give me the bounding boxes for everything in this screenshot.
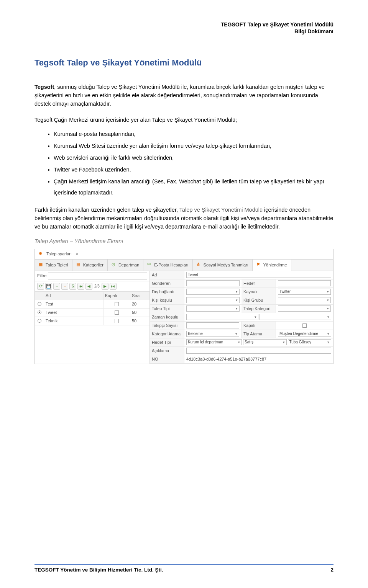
list-item: Çağrı Merkezi iletişim kanalları aracılı… [54,176,334,198]
lbl-talepkategori: Talep Kategori [242,305,276,313]
pager-text: 2/3 [94,284,100,288]
tab-eposta[interactable]: ✉E-Posta Hesapları [143,260,192,271]
footer-company: TEGSOFT Yönetim ve Bilişim Hizmetleri Ti… [34,567,163,573]
share-icon: ⋔ [197,262,202,268]
add-button[interactable]: ＋ [53,283,60,290]
tab-label: Departman [118,263,139,267]
lbl-kisigrubu: Kişi Grubu [242,296,276,305]
list-item: Kurumsal e-posta hesaplarından, [54,129,334,140]
tab-kategoriler[interactable]: ▤Kategoriler [72,260,108,271]
lbl-tipatama: Tip Atama [242,330,276,338]
lbl-disbaglanti: Dış bağlantı [150,288,184,296]
cell-kapali-checkbox[interactable] [115,302,119,306]
fld-no: 4d18c3a8-d8d6-4274-a51e-b27a03777c87 [186,357,266,361]
lbl-kaynak: Kaynak [242,288,276,296]
intro-rest: , sunmuş olduğu Talep ve Şikayet Yönetim… [34,84,325,107]
list-item: Web servisleri aracılığı ile farklı web … [54,152,334,163]
fld-kategoriatama[interactable]: Bekleme [186,331,239,337]
list-item: Twitter ve Facebook üzerinden, [54,164,334,175]
tab-yonlendirme[interactable]: ✖Yönlendirme [253,260,291,271]
fld-gonderen[interactable] [186,280,240,286]
screenshot-caption: Talep Ayarları – Yönlendirme Ekranı [34,238,334,244]
row-radio[interactable] [38,310,41,314]
tab-departman[interactable]: ◷Departman [108,260,143,271]
lbl-kisikosulu: Kişi koşulu [150,296,184,305]
star-icon: ✸ [39,252,44,257]
fld-hedeftipi-2[interactable]: Satış [243,339,286,345]
left-pane: Filtre ⟳ 💾 ＋ － ⎘ ⏮ ◀ 2/3 ▶ ⏭ Ad [35,271,150,364]
fld-disbaglanti[interactable] [186,289,240,295]
close-icon[interactable]: ✕ [76,252,79,256]
window-tab-label: Talep ayarları [46,252,72,256]
cell-kapali-checkbox[interactable] [115,310,119,315]
row-radio[interactable] [38,302,41,306]
table-row[interactable]: Teknik 50 [35,317,150,325]
fld-hedeftipi-3[interactable]: Tuba Gürsoy [288,339,331,345]
fld-ad[interactable]: Tweet [186,272,331,278]
grid-head-sira: Sıra [130,292,150,300]
save-button[interactable]: 💾 [45,283,52,290]
remove-button[interactable]: － [61,283,68,290]
tab-label: E-Posta Hesapları [154,263,188,267]
prev-page-button[interactable]: ◀ [85,283,92,290]
list-icon: ▦ [39,262,44,268]
fld-kaynak[interactable]: Twitter [278,289,331,295]
fld-zaman2[interactable] [260,314,332,320]
category-icon: ▤ [76,262,82,268]
fld-kapali-checkbox[interactable] [302,323,307,328]
next-page-button[interactable]: ▶ [102,283,108,290]
cell-ad: Teknik [44,317,104,325]
fld-kisikosulu[interactable] [186,297,240,303]
row-radio[interactable] [38,319,41,323]
table-row[interactable]: Tweet 50 [35,309,150,317]
copy-button[interactable]: ⎘ [69,283,76,290]
header-line1: TEGSOFT Talep ve Şikayet Yönetimi Modülü [34,21,334,28]
grid-head-kapali: Kapalı [104,292,130,300]
fld-hedef[interactable] [278,280,331,286]
cell-ad: Test [44,300,104,308]
page-title: Tegsoft Talep ve Şikayet Yönetimi Modülü [34,58,334,68]
grid-head-ad: Ad [44,292,104,300]
first-page-button[interactable]: ⏮ [77,283,84,290]
tab-sosyal-medya[interactable]: ⋔Sosyal Medya Tanımları [193,260,253,271]
list-item: Kurumsal Web Sitesi üzerinde yer alan il… [54,140,334,152]
routing-icon: ✖ [256,262,262,268]
fld-talepkategori[interactable] [278,305,331,312]
fld-hedeftipi-1[interactable]: Kurum içi departman [186,339,242,345]
mail-icon: ✉ [147,262,153,268]
filter-input[interactable] [48,273,147,279]
para3-pre: Farklı iletişim kanalları üzerinden gele… [34,207,179,213]
department-icon: ◷ [112,262,117,268]
fld-takipci[interactable] [186,322,239,328]
cell-sira: 50 [130,309,150,317]
tabs-row: ▦Talep Tipleri ▤Kategoriler ◷Departman ✉… [35,260,333,271]
bullet-list: Kurumsal e-posta hesaplarından, Kurumsal… [54,129,334,198]
grid-header: Ad Kapalı Sıra [35,292,150,300]
lbl-no: NO [150,355,184,364]
cell-sira: 50 [130,317,150,325]
tab-label: Talep Tipleri [46,263,68,267]
last-page-button[interactable]: ⏭ [110,283,117,290]
lbl-kategoriatama: Kategori Atama [150,330,184,338]
routing-paragraph: Farklı iletişim kanalları üzerinden gele… [34,206,334,231]
cell-ad: Tweet [44,309,104,317]
lead-paragraph: Tegsoft Çağrı Merkezi ürünü içerisinde y… [34,116,334,124]
brand-name: Tegsoft [34,84,54,90]
fld-tipatama[interactable]: Müşteri Değerlendirme [278,331,331,337]
lbl-takipci: Takipçi Sayısı [150,322,184,330]
tab-label: Sosyal Medya Tanımları [204,263,248,267]
tab-label: Yönlendirme [263,263,287,267]
refresh-button[interactable]: ⟳ [37,283,44,290]
lbl-kapali: Kapalı [242,322,276,330]
fld-kisigrubu[interactable] [278,297,331,303]
fld-taleptipi[interactable] [186,305,240,312]
fld-aciklama[interactable] [186,348,331,354]
intro-paragraph: Tegsoft, sunmuş olduğu Talep ve Şikayet … [34,83,334,108]
fld-zaman1[interactable] [186,314,258,320]
lbl-taleptipi: Talep Tipi [150,305,184,313]
tab-talep-tipleri[interactable]: ▦Talep Tipleri [35,260,72,271]
window-tab[interactable]: ✸ Talep ayarları ✕ [35,249,333,260]
table-row[interactable]: Test 20 [35,300,150,309]
talep-ayarlari-screenshot: ✸ Talep ayarları ✕ ▦Talep Tipleri ▤Kateg… [34,249,334,364]
cell-kapali-checkbox[interactable] [115,319,119,323]
